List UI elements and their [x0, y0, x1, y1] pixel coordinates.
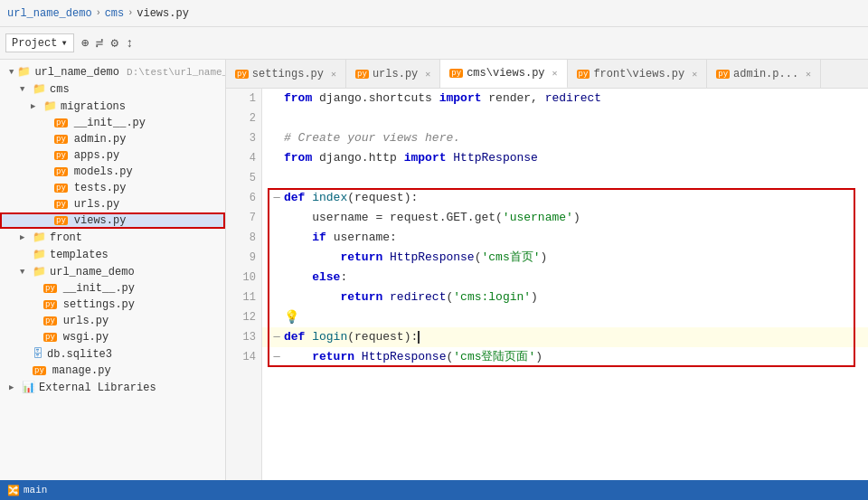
py-icon: py: [54, 200, 68, 209]
sidebar-item-migrations[interactable]: 📁 migrations: [0, 98, 225, 115]
py-icon: py: [54, 184, 68, 193]
chevron-down-icon: ▾: [61, 36, 67, 50]
code-text: if username:: [284, 228, 397, 248]
globe-icon[interactable]: ⊕: [81, 35, 89, 51]
line-num-1: 1: [250, 89, 256, 108]
line-num-5: 5: [250, 168, 256, 188]
sidebar-item-label: __init__.py: [74, 117, 146, 129]
project-dropdown[interactable]: Project ▾: [5, 33, 74, 52]
code-text: return redirect('cms:login'): [284, 288, 538, 307]
code-line-13[interactable]: ─ def login(request):: [262, 327, 868, 347]
file-tree: 📁 url_name_demo D:\test\url_name_demo 📁 …: [0, 60, 225, 480]
sidebar-item-label: url_name_demo: [34, 66, 119, 79]
py-tab-icon: py: [449, 69, 463, 78]
sidebar-item-settings-py[interactable]: py settings.py: [0, 297, 225, 313]
tab-close-btn[interactable]: ✕: [425, 69, 430, 80]
tab-cms-views-py[interactable]: py cms\views.py ✕: [440, 60, 567, 89]
code-editor[interactable]: 1 2 3 4 5 6 7 8 9 10 11 12 13 14: [226, 89, 868, 480]
code-line-4[interactable]: from django.http import HttpResponse: [262, 148, 868, 168]
breadcrumb-cms[interactable]: cms: [105, 7, 125, 20]
folder-icon: 📁: [33, 248, 46, 261]
diff-icon[interactable]: ≓: [96, 35, 103, 51]
breadcrumb-file: views.py: [137, 7, 189, 20]
tab-label: admin.p...: [733, 68, 798, 80]
sidebar-item-urls-py[interactable]: py urls.py: [0, 196, 225, 212]
editor-area: py settings.py ✕ py urls.py ✕ py cms\vie…: [226, 60, 868, 480]
py-icon: py: [54, 135, 68, 144]
code-text: username = request.GET.get('username'): [284, 208, 580, 228]
code-line-7[interactable]: username = request.GET.get('username'): [262, 208, 868, 228]
sidebar-item-wsgi-py[interactable]: py wsgi.py: [0, 329, 225, 345]
py-tab-icon: py: [716, 70, 730, 79]
sidebar-item-db-sqlite[interactable]: 🗄 db.sqlite3: [0, 345, 225, 363]
sidebar-item-cms[interactable]: 📁 cms: [0, 80, 225, 98]
sidebar-item-tests-py[interactable]: py tests.py: [0, 180, 225, 196]
sidebar-item-label: admin.py: [74, 133, 127, 146]
expand-arrow: [20, 232, 29, 242]
library-icon: 📊: [22, 381, 35, 394]
sidebar-item-urls-root-py[interactable]: py urls.py: [0, 313, 225, 329]
py-icon: py: [43, 284, 57, 293]
sidebar-item-apps-py[interactable]: py apps.py: [0, 147, 225, 164]
py-tab-icon: py: [355, 70, 369, 79]
toolbar: Project ▾ ⊕ ≓ ⚙ ↕: [0, 27, 868, 60]
sidebar-item-external-libraries[interactable]: 📊 External Libraries: [0, 379, 225, 396]
code-line-10[interactable]: else:: [262, 268, 868, 288]
py-tab-icon: py: [235, 70, 249, 79]
code-line-6[interactable]: ─ def index(request):: [262, 188, 868, 208]
code-area[interactable]: from django.shortcuts import render, red…: [262, 89, 868, 480]
sidebar-item-manage-py[interactable]: py manage.py: [0, 363, 225, 379]
code-line-14[interactable]: ─ return HttpResponse('cms登陆页面'): [262, 347, 868, 367]
code-line-8[interactable]: if username:: [262, 228, 868, 248]
tab-close-btn[interactable]: ✕: [552, 68, 558, 79]
sidebar-item-label: db.sqlite3: [47, 348, 112, 361]
code-line-2[interactable]: [262, 108, 868, 128]
sidebar-item-url-name-demo-sub[interactable]: 📁 url_name_demo: [0, 263, 225, 280]
settings-icon[interactable]: ⚙: [111, 35, 118, 51]
expand-arrow: [31, 101, 40, 111]
tab-urls-py[interactable]: py urls.py ✕: [346, 60, 440, 89]
sidebar-item-label: __init__.py: [63, 282, 135, 295]
expand-arrow: [20, 268, 29, 277]
layout-icon[interactable]: ↕: [126, 36, 133, 51]
tab-front-views-py[interactable]: py front\views.py ✕: [568, 60, 708, 89]
expand-arrow: [9, 68, 14, 77]
sidebar-item-admin-py[interactable]: py admin.py: [0, 131, 225, 147]
sidebar: 📁 url_name_demo D:\test\url_name_demo 📁 …: [0, 60, 226, 480]
code-line-5[interactable]: [262, 168, 868, 188]
code-line-3[interactable]: # Create your views here.: [262, 128, 868, 148]
folder-icon: 📁: [33, 265, 46, 278]
sidebar-item-label: settings.py: [63, 298, 135, 311]
sidebar-item-init-root[interactable]: py __init__.py: [0, 280, 225, 297]
sidebar-item-label: urls.py: [74, 198, 119, 211]
sidebar-item-init-cms[interactable]: py __init__.py: [0, 115, 225, 131]
tab-close-btn[interactable]: ✕: [331, 69, 336, 80]
code-text: def login(request):: [284, 327, 420, 347]
sidebar-item-label: urls.py: [63, 315, 108, 327]
code-line-11[interactable]: return redirect('cms:login'): [262, 288, 868, 307]
tab-close-btn[interactable]: ✕: [692, 69, 697, 80]
tab-label: front\views.py: [593, 68, 684, 80]
code-text: def index(request):: [284, 188, 418, 208]
tab-admin-py[interactable]: py admin.p... ✕: [707, 60, 821, 89]
breadcrumb-root[interactable]: url_name_demo: [7, 7, 92, 20]
sidebar-item-views-py[interactable]: py views.py: [0, 212, 225, 229]
code-line-12[interactable]: 💡: [262, 307, 868, 327]
py-icon: py: [43, 316, 57, 325]
project-label: Project: [12, 37, 57, 50]
tab-settings-py[interactable]: py settings.py ✕: [226, 60, 346, 89]
sidebar-item-label: url_name_demo: [50, 266, 135, 278]
sidebar-item-label: wsgi.py: [63, 331, 108, 344]
sidebar-item-front[interactable]: 📁 front: [0, 229, 225, 246]
code-line-9[interactable]: return HttpResponse('cms首页'): [262, 248, 868, 268]
sidebar-item-label: tests.py: [74, 182, 127, 194]
code-text: return HttpResponse('cms登陆页面'): [284, 347, 542, 367]
code-line-1[interactable]: from django.shortcuts import render, red…: [262, 89, 868, 108]
folder-icon: 📁: [33, 82, 46, 96]
sidebar-item-models-py[interactable]: py models.py: [0, 164, 225, 180]
sidebar-item-templates[interactable]: ▶ 📁 templates: [0, 246, 225, 263]
status-bar: 🔀 main: [0, 480, 868, 500]
sidebar-item-label: External Libraries: [39, 382, 156, 394]
sidebar-item-url-name-demo-root[interactable]: 📁 url_name_demo D:\test\url_name_demo: [0, 63, 225, 80]
tab-close-btn[interactable]: ✕: [806, 69, 811, 80]
